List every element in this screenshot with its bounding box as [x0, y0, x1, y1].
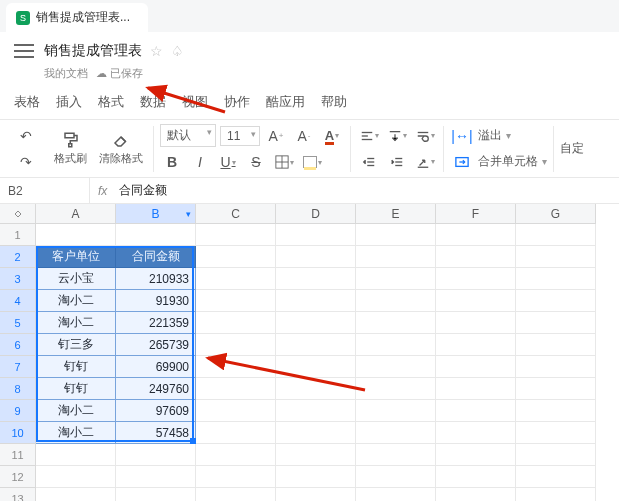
underline-button[interactable]: U▾	[216, 151, 240, 173]
cell[interactable]	[436, 224, 516, 246]
cell[interactable]	[356, 246, 436, 268]
col-header-E[interactable]: E	[356, 204, 436, 224]
cell[interactable]	[356, 466, 436, 488]
cell[interactable]	[436, 422, 516, 444]
cell[interactable]	[356, 268, 436, 290]
cell[interactable]	[196, 466, 276, 488]
cell[interactable]	[196, 378, 276, 400]
cell[interactable]	[36, 466, 116, 488]
cell[interactable]	[276, 290, 356, 312]
row-header[interactable]: 8	[0, 378, 36, 400]
merge-icon[interactable]	[450, 151, 474, 173]
menu-data[interactable]: 数据	[140, 93, 166, 111]
menu-insert[interactable]: 插入	[56, 93, 82, 111]
cell[interactable]	[356, 224, 436, 246]
menu-collab[interactable]: 协作	[224, 93, 250, 111]
menu-help[interactable]: 帮助	[321, 93, 347, 111]
row-header[interactable]: 5	[0, 312, 36, 334]
cell[interactable]: 57458	[116, 422, 196, 444]
indent-right-icon[interactable]	[385, 151, 409, 173]
cell[interactable]	[436, 466, 516, 488]
cell[interactable]	[356, 356, 436, 378]
row-header[interactable]: 1	[0, 224, 36, 246]
cell[interactable]	[436, 290, 516, 312]
cell[interactable]: 210933	[116, 268, 196, 290]
row-header[interactable]: 7	[0, 356, 36, 378]
row-header[interactable]: 3	[0, 268, 36, 290]
cell[interactable]: 钉钉	[36, 356, 116, 378]
cell[interactable]	[436, 378, 516, 400]
indent-left-icon[interactable]	[357, 151, 381, 173]
font-size-down-icon[interactable]: A-	[292, 125, 316, 147]
cell[interactable]: 钉三多	[36, 334, 116, 356]
col-header-A[interactable]: A	[36, 204, 116, 224]
wrap-icon[interactable]: ▾	[413, 125, 437, 147]
cell[interactable]	[516, 356, 596, 378]
row-header[interactable]: 6	[0, 334, 36, 356]
cell[interactable]	[436, 400, 516, 422]
doc-location[interactable]: 我的文档	[44, 66, 88, 81]
menu-format[interactable]: 格式	[98, 93, 124, 111]
custom-label[interactable]: 自定	[560, 140, 584, 157]
cell[interactable]	[276, 224, 356, 246]
hamburger-icon[interactable]	[14, 44, 34, 58]
cell[interactable]	[196, 400, 276, 422]
cell[interactable]	[276, 488, 356, 501]
cell[interactable]	[36, 224, 116, 246]
font-size-select[interactable]: 11	[220, 126, 260, 146]
cell[interactable]	[516, 422, 596, 444]
font-size-up-icon[interactable]: A+	[264, 125, 288, 147]
valign-icon[interactable]: ▾	[385, 125, 409, 147]
row-header[interactable]: 13	[0, 488, 36, 501]
col-header-B[interactable]: B▾	[116, 204, 196, 224]
cell[interactable]	[196, 268, 276, 290]
cell[interactable]	[196, 356, 276, 378]
cell[interactable]	[356, 290, 436, 312]
cell[interactable]: 淘小二	[36, 400, 116, 422]
cell[interactable]: 249760	[116, 378, 196, 400]
spreadsheet-grid[interactable]: AB▾CDEFG 12客户单位合同金额3云小宝2109334淘小二919305淘…	[0, 204, 619, 501]
cell[interactable]	[196, 290, 276, 312]
menu-view[interactable]: 视图	[182, 93, 208, 111]
cell[interactable]	[276, 466, 356, 488]
col-header-G[interactable]: G	[516, 204, 596, 224]
cell[interactable]: 合同金额	[116, 246, 196, 268]
cell[interactable]	[516, 444, 596, 466]
cell[interactable]	[196, 246, 276, 268]
font-family-select[interactable]: 默认	[160, 124, 216, 147]
cell[interactable]: 91930	[116, 290, 196, 312]
cell[interactable]: 客户单位	[36, 246, 116, 268]
cell-ref-box[interactable]: B2	[0, 178, 90, 203]
cell[interactable]	[276, 444, 356, 466]
redo-icon[interactable]: ↷	[14, 151, 38, 173]
fx-icon[interactable]: fx	[90, 184, 115, 198]
cell[interactable]	[516, 290, 596, 312]
formula-content[interactable]: 合同金额	[115, 182, 171, 199]
cell[interactable]	[516, 312, 596, 334]
cell[interactable]	[436, 488, 516, 501]
rotate-text-icon[interactable]: ▾	[413, 151, 437, 173]
cell[interactable]	[36, 444, 116, 466]
cell[interactable]	[516, 246, 596, 268]
star-icon[interactable]: ☆	[150, 43, 163, 59]
cell[interactable]	[436, 246, 516, 268]
row-header[interactable]: 2	[0, 246, 36, 268]
row-header[interactable]: 9	[0, 400, 36, 422]
cell[interactable]	[356, 400, 436, 422]
cell[interactable]	[276, 422, 356, 444]
cell[interactable]: 淘小二	[36, 290, 116, 312]
fill-color-button[interactable]: ▾	[300, 151, 324, 173]
cell[interactable]	[276, 378, 356, 400]
cell[interactable]	[116, 488, 196, 501]
cell[interactable]	[356, 444, 436, 466]
cell[interactable]	[516, 334, 596, 356]
row-header[interactable]: 11	[0, 444, 36, 466]
overflow-icon[interactable]: |↔|	[450, 125, 474, 147]
cell[interactable]	[436, 312, 516, 334]
border-button[interactable]: ▾	[272, 151, 296, 173]
cell[interactable]	[436, 356, 516, 378]
cell[interactable]	[276, 312, 356, 334]
cell[interactable]	[516, 400, 596, 422]
cell[interactable]	[196, 422, 276, 444]
menu-table[interactable]: 表格	[14, 93, 40, 111]
